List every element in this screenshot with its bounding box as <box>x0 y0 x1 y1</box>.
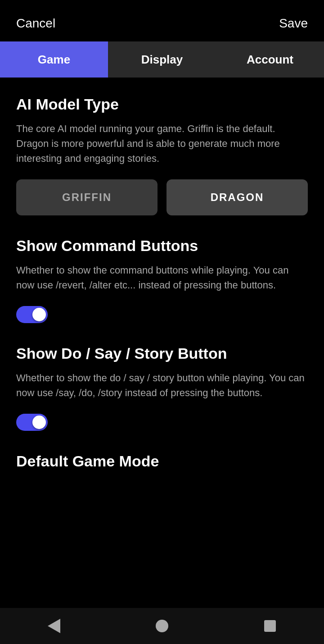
show-command-buttons-section: Show Command Buttons Whether to show the… <box>16 237 308 323</box>
back-nav-button[interactable] <box>43 615 65 637</box>
cancel-button[interactable]: Cancel <box>16 16 55 31</box>
command-buttons-toggle-container <box>16 306 308 323</box>
default-game-mode-title: Default Game Mode <box>16 452 308 470</box>
home-icon <box>156 620 168 632</box>
command-buttons-toggle-knob <box>32 308 46 321</box>
bottom-nav <box>0 608 324 644</box>
recent-icon <box>264 620 276 632</box>
model-buttons: GRIFFIN DRAGON <box>16 179 308 215</box>
back-icon <box>48 619 60 633</box>
show-do-say-story-title: Show Do / Say / Story Button <box>16 345 308 362</box>
ai-model-type-section: AI Model Type The core AI model running … <box>16 96 308 215</box>
save-button[interactable]: Save <box>279 16 308 31</box>
recent-nav-button[interactable] <box>259 615 281 637</box>
settings-content: AI Model Type The core AI model running … <box>0 78 324 555</box>
tab-bar: Game Display Account <box>0 41 324 78</box>
show-do-say-story-desc: Whether to show the do / say / story but… <box>16 370 308 400</box>
griffin-button[interactable]: GRIFFIN <box>16 179 158 215</box>
tab-game[interactable]: Game <box>0 41 108 78</box>
show-do-say-story-section: Show Do / Say / Story Button Whether to … <box>16 345 308 431</box>
show-command-buttons-desc: Whether to show the command buttons whil… <box>16 263 308 292</box>
tab-display[interactable]: Display <box>108 41 216 78</box>
dragon-button[interactable]: DRAGON <box>166 179 308 215</box>
show-command-buttons-title: Show Command Buttons <box>16 237 308 255</box>
top-bar: Cancel Save <box>0 0 324 41</box>
ai-model-type-desc: The core AI model running your game. Gri… <box>16 121 308 166</box>
do-say-story-toggle-container <box>16 414 308 431</box>
ai-model-type-title: AI Model Type <box>16 96 308 113</box>
do-say-story-toggle[interactable] <box>16 414 48 431</box>
do-say-story-toggle-knob <box>32 416 46 429</box>
home-nav-button[interactable] <box>151 615 173 637</box>
tab-account[interactable]: Account <box>216 41 324 78</box>
default-game-mode-section: Default Game Mode <box>16 452 308 470</box>
command-buttons-toggle[interactable] <box>16 306 48 323</box>
